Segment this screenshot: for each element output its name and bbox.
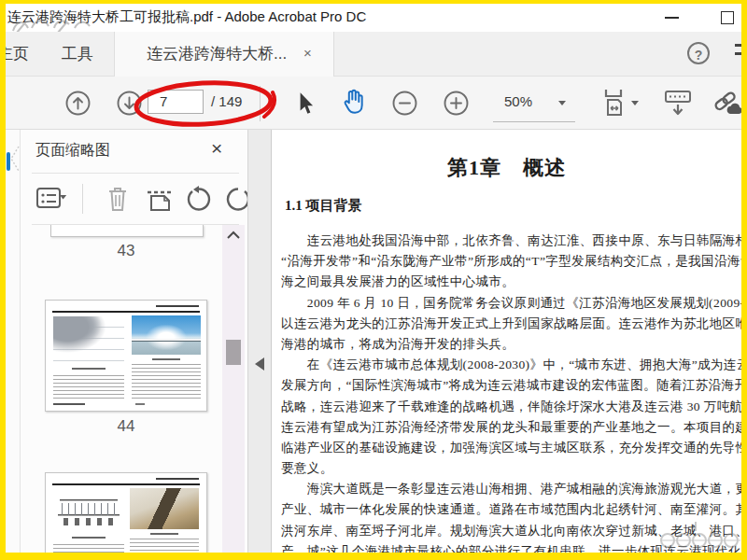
document-text-line: 海港的城市，将成为沿海开发的排头兵。 xyxy=(281,334,741,355)
zoom-out-icon[interactable] xyxy=(392,91,417,116)
delete-pages-icon[interactable] xyxy=(106,185,129,213)
thumb-footer-line xyxy=(135,403,145,405)
fit-width-icon[interactable] xyxy=(601,88,627,118)
toolbar-separator xyxy=(260,86,261,121)
document-text-line: 连云港有望成为江苏沿海经济带发展的龙头和最重要的产业基地之一。本项目的建设对加快… xyxy=(281,417,741,438)
document-page[interactable]: 第1章 概述 1.1 项目背景 连云港地处我国沿海中部，北依齐鲁、南达江淮、西接… xyxy=(271,130,741,553)
panel-close-icon[interactable]: × xyxy=(211,137,222,160)
tab-close-icon[interactable]: × xyxy=(303,32,312,77)
section-title: 1.1 项目背景 xyxy=(285,197,362,215)
thumb-text-block xyxy=(130,539,199,553)
thumb-caption xyxy=(152,358,180,360)
select-tool-icon[interactable] xyxy=(293,91,317,117)
page-number-input[interactable]: 7 xyxy=(148,90,204,114)
rotate-clockwise-icon[interactable] xyxy=(224,186,247,214)
document-text-line: 在《连云港市城市总体规划(2008-2030)》中，“城市东进、拥抱大海”成为连… xyxy=(281,355,741,375)
document-text-line: 连云港地处我国沿海中部，北依齐鲁、南达江淮、西接中原、东与日韩隔海相望，位于江苏… xyxy=(281,231,741,251)
chapter-title: 第1章 概述 xyxy=(272,154,741,182)
tab-document-label: 连云港跨海特大桥... xyxy=(147,32,296,77)
panel-divider xyxy=(32,173,239,174)
share-link-icon[interactable] xyxy=(712,89,741,119)
clipped-text-mark xyxy=(735,44,741,47)
document-text-line: 海之间最具发展潜力的区域性中心城市。 xyxy=(281,272,741,292)
title-bar: 连云港跨海特大桥工可报批稿.pdf - Adobe Acrobat Pro DC xyxy=(6,4,741,32)
tab-home[interactable]: 主页 xyxy=(6,32,35,77)
thumb-rule xyxy=(52,483,200,485)
thumbnail-options-icon[interactable] xyxy=(35,187,71,211)
panel-notch xyxy=(9,145,21,173)
zoom-in-icon[interactable] xyxy=(444,91,469,116)
zoom-field-underline xyxy=(493,121,575,122)
thumb-caption xyxy=(150,533,178,535)
scrollbar-thumb[interactable] xyxy=(226,340,241,365)
thumbnail-page-43[interactable] xyxy=(50,225,204,237)
thumb-text-block xyxy=(132,364,201,399)
bridge-deck-line xyxy=(132,339,201,342)
scrollbar-up-arrow[interactable] xyxy=(226,231,241,240)
content-area: 页面缩略图 × xyxy=(6,130,741,553)
document-text-line: 要意义。 xyxy=(281,458,741,479)
main-toolbar: 7 / 149 50% xyxy=(6,77,741,130)
reading-mode-icon[interactable] xyxy=(663,90,693,118)
clipped-text-mark xyxy=(735,52,741,55)
thumbnails-panel: 页面缩略图 × xyxy=(21,130,247,553)
document-text-line: 发展方向，“国际性滨海城市”将成为连云港城市建设的宏伟蓝图。随着江苏沿海开发上升… xyxy=(281,375,741,396)
document-text-line: 海滨大道既是一条彰显连云港山海相拥、港产城相融的滨海旅游观光大道，更是一条促进港… xyxy=(281,479,741,499)
document-text-line: 临港产业区的基础设施建设，加强海滨区域与主城区联系，充分发挥交通的先导性优势，都… xyxy=(281,438,741,458)
zoom-level-value[interactable]: 50% xyxy=(504,93,532,109)
zoom-dropdown-caret[interactable] xyxy=(558,101,566,105)
acrobat-window: 连云港跨海特大桥工可报批稿.pdf - Adobe Acrobat Pro DC… xyxy=(6,4,741,553)
collapse-panel-icon[interactable] xyxy=(255,357,264,371)
document-text-line: 战略，连云港迎来了千载难逢的战略机遇，伴随徐圩深水大港及连云港 30 万吨航道建… xyxy=(281,397,741,417)
page-count-label: / 149 xyxy=(211,93,242,109)
document-lines: 连云港地处我国沿海中部，北依齐鲁、南达江淮、西接中原、东与日韩隔海相望，位于江苏… xyxy=(281,231,741,553)
panel-splitter[interactable] xyxy=(247,130,271,553)
thumbnail-label: 43 xyxy=(45,242,207,260)
thumb-map-figure xyxy=(53,316,124,365)
thumb-construction-photo xyxy=(130,488,199,529)
thumbnail-label: 44 xyxy=(45,417,207,436)
thumb-text-block xyxy=(53,544,124,553)
previous-page-icon[interactable] xyxy=(65,91,91,116)
thumb-rule xyxy=(52,311,200,313)
thumb-caption xyxy=(72,368,106,370)
thumbnails-scrollbar[interactable] xyxy=(222,225,245,553)
tab-tools[interactable]: 工具 xyxy=(47,32,108,77)
thumb-header-line xyxy=(156,305,199,307)
hand-tool-icon[interactable] xyxy=(340,89,366,115)
panel-title: 页面缩略图 xyxy=(35,141,110,161)
panel-toolbar xyxy=(21,175,247,224)
crop-pages-icon[interactable] xyxy=(146,185,174,213)
tab-bar: 主页 工具 连云港跨海特大桥... × ? xyxy=(6,32,741,77)
panel-toolbar-separator xyxy=(82,184,83,214)
maximize-button[interactable] xyxy=(721,11,734,24)
thumbnail-list: 43 44 xyxy=(21,225,224,553)
fit-dropdown-caret[interactable] xyxy=(631,101,639,105)
thumb-footer-line xyxy=(53,403,85,405)
tab-document[interactable]: 连云港跨海特大桥... × xyxy=(114,32,334,77)
watermark-overlay xyxy=(658,518,741,552)
minimize-button[interactable] xyxy=(665,17,679,19)
thumbnail-page-44[interactable] xyxy=(45,300,207,412)
thumb-bridge-photo xyxy=(132,315,201,355)
thumb-diagram-figure xyxy=(55,490,122,533)
document-text-line: “沿海开发带”和“沿东陇海产业带”所形成的“T”字型发展结构交汇点，是我国沿海青… xyxy=(281,251,741,272)
document-text-line: 以连云港为龙头的江苏沿海开发正式上升到国家战略层面。连云港作为苏北地区唯一拥有大… xyxy=(281,314,741,334)
thumb-caption xyxy=(72,537,106,539)
navigation-strip xyxy=(6,130,21,553)
thumb-header-line xyxy=(156,478,199,480)
help-icon[interactable]: ? xyxy=(687,42,710,64)
thumbnail-page-45[interactable] xyxy=(45,472,207,553)
next-page-icon[interactable] xyxy=(117,91,142,116)
document-text-line: 2009 年 6 月 10 日，国务院常务会议原则通过《江苏沿海地区发展规划(2… xyxy=(281,293,741,314)
thumb-text-block xyxy=(53,375,124,399)
rotate-counterclockwise-icon[interactable] xyxy=(185,186,213,214)
